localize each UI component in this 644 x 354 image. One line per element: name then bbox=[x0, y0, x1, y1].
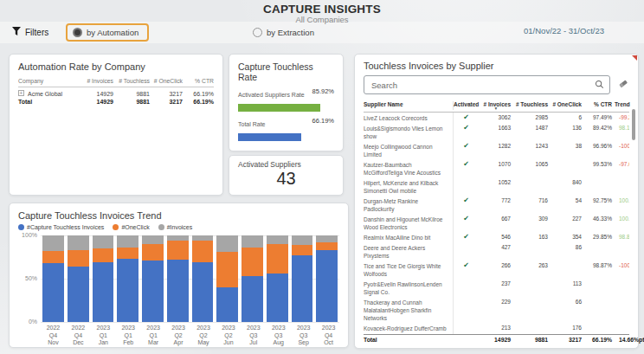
trend-cell: 98.89%pt bbox=[615, 232, 629, 242]
supplier-row[interactable]: Deere and Deere Ackers Pixystems42786 bbox=[364, 242, 629, 261]
bar-2023-q4-oct[interactable] bbox=[316, 235, 338, 322]
ctr-cell: 99.53% bbox=[584, 159, 612, 177]
rate-metric-value: 85.92% bbox=[312, 87, 334, 95]
bar-series bbox=[42, 235, 338, 322]
oneclick-cell: 66 bbox=[551, 297, 582, 323]
radio-by-automation[interactable]: by Automation bbox=[66, 23, 149, 42]
automation-table-row[interactable]: +Acme Global 14929 9881 3217 66.19% bbox=[18, 87, 214, 98]
chart-plot-area: 100%50%0% bbox=[41, 235, 339, 322]
trend-cell: -100.00%pt bbox=[615, 261, 629, 279]
x-axis-label: 2023 Q1Jan bbox=[93, 325, 114, 347]
radio-by-extraction[interactable]: by Extraction bbox=[253, 28, 314, 37]
eraser-icon[interactable] bbox=[617, 77, 629, 93]
rate-metric: Total Rate66.19% bbox=[238, 119, 334, 141]
legend-item[interactable]: #Invoices bbox=[158, 224, 193, 230]
supplier-row[interactable]: LiveZ Leacock Corecords✔30622985697.49%-… bbox=[364, 113, 629, 123]
bar-2023-q1-jan[interactable] bbox=[93, 235, 114, 322]
oneclick-cell: 840 bbox=[551, 177, 582, 196]
oneclick-cell bbox=[551, 261, 582, 279]
column-header-oneclick[interactable]: # OneClick bbox=[551, 101, 582, 110]
trend-cell: 100.00%pt bbox=[615, 196, 629, 214]
panel-trend-chart: Capture Touchless Invoices Trend #Captur… bbox=[9, 203, 349, 348]
column-header-activated[interactable]: Activated bbox=[453, 101, 479, 110]
activated-cell bbox=[453, 177, 479, 196]
supplier-row[interactable]: Meejo Collingwood Cannon Limited✔1282124… bbox=[364, 141, 629, 159]
supplier-row[interactable]: Kovacek-Rodriguez DufferCramb Heart Co.2… bbox=[364, 323, 629, 334]
supplier-name-cell: Deere and Deere Ackers Pixystems bbox=[364, 242, 450, 261]
oneclick-cell: 86 bbox=[551, 242, 582, 261]
activated-cell: ✔ bbox=[453, 261, 479, 279]
legend-item[interactable]: #OneClick bbox=[113, 224, 149, 230]
bar-segment bbox=[68, 250, 89, 267]
suppliers-table-total-row: Total 14929 9881 3217 66.19% 14.66%pt bbox=[364, 334, 629, 343]
column-header-oneclick[interactable]: # OneClick bbox=[153, 78, 183, 84]
bar-2023-q1-mar[interactable] bbox=[142, 235, 164, 322]
chart-legend: #Capture Touchless Invoices#OneClick#Inv… bbox=[18, 224, 339, 230]
bar-segment bbox=[216, 252, 238, 287]
touchless-cell bbox=[513, 279, 548, 297]
legend-label: #Capture Touchless Invoices bbox=[27, 224, 104, 230]
bar-2023-q3-jul[interactable] bbox=[242, 235, 263, 322]
column-header-supplier-name[interactable]: Supplier Name bbox=[364, 101, 450, 110]
invoices-cell: 1070 bbox=[481, 159, 511, 177]
bar-2023-q2-jun[interactable] bbox=[216, 235, 238, 322]
column-header-touchless[interactable]: # Touchless bbox=[117, 78, 150, 84]
search-input[interactable] bbox=[371, 80, 595, 90]
bar-2023-q1-feb[interactable] bbox=[117, 235, 138, 322]
search-box[interactable] bbox=[364, 75, 610, 94]
expand-plus-icon[interactable]: + bbox=[18, 90, 24, 96]
bar-2023-q2-apr[interactable] bbox=[167, 235, 189, 322]
bar-2023-q3-aug[interactable] bbox=[267, 235, 288, 322]
trend-cell: 98.17%pt bbox=[615, 123, 629, 141]
column-header-trend[interactable]: Trend bbox=[615, 101, 630, 110]
supplier-row[interactable]: Thackeray and Cunnah MalatalantHobgen Sh… bbox=[364, 297, 629, 323]
oneclick-cell: 6 bbox=[551, 113, 582, 123]
x-axis-label: 2023 Q3Aug bbox=[267, 325, 289, 347]
column-header-company[interactable]: Company bbox=[18, 78, 81, 84]
bar-2022-q4-dec[interactable] bbox=[68, 235, 89, 322]
bar-segment bbox=[292, 255, 313, 322]
invoices-cell: 667 bbox=[481, 214, 511, 232]
rate-metrics: Activated Suppliers Rate85.92%Total Rate… bbox=[238, 90, 334, 141]
supplier-row[interactable]: Tice and Tice De Giorgis White Wolfoods✔… bbox=[364, 261, 629, 279]
bar-2023-q2-may[interactable] bbox=[192, 235, 214, 322]
search-icon bbox=[595, 77, 604, 93]
activated-cell: ✔ bbox=[453, 214, 479, 232]
touchless-cell: 163 bbox=[513, 232, 548, 242]
column-header-touchless[interactable]: # Touchless bbox=[513, 101, 548, 110]
x-axis: 2022 Q4Nov2022 Q4Dec2023 Q1Jan2023 Q1Feb… bbox=[42, 325, 339, 347]
column-header-ctr[interactable]: % CTR bbox=[186, 78, 214, 84]
supplier-row[interactable]: Hilpert, McKenzie and Kilback Simonetti … bbox=[364, 177, 629, 196]
supplier-row[interactable]: Kautzer-Baumbach McGiffordTeliga Vine Ac… bbox=[364, 159, 629, 177]
supplier-name-cell: Realmix MacAiline Dino bit bbox=[364, 232, 450, 242]
supplier-row[interactable]: Durgan-Metz Rankine Padlockurity✔7727165… bbox=[364, 196, 629, 214]
ctr-cell bbox=[584, 297, 612, 323]
supplier-row[interactable]: Pyotr&Evelin RawlinsonLenden Signal Co.2… bbox=[364, 279, 629, 297]
bar-segment bbox=[316, 235, 338, 242]
supplier-row[interactable]: Realmix MacAiline Dino bit✔54616335429.8… bbox=[364, 232, 629, 242]
rate-metric-label: Total Rate bbox=[238, 121, 266, 127]
bar-segment bbox=[216, 235, 238, 252]
trend-cell: 100.00%pt bbox=[615, 214, 629, 232]
column-header-invoices[interactable]: # Invoices▾ bbox=[481, 101, 511, 110]
bar-segment bbox=[42, 235, 64, 251]
rate-metric: Activated Suppliers Rate85.92% bbox=[238, 90, 334, 112]
table-scrollbar-thumb[interactable] bbox=[632, 109, 635, 140]
invoices-cell: 1663 bbox=[481, 123, 511, 141]
supplier-row[interactable]: Danshin and Higounet McKilroe Wood Elect… bbox=[364, 214, 629, 232]
legend-item[interactable]: #Capture Touchless Invoices bbox=[18, 224, 104, 230]
bar-2022-q4-nov[interactable] bbox=[42, 235, 64, 322]
touchless-cell: 1065 bbox=[513, 159, 548, 177]
column-header-ctr[interactable]: % CTR bbox=[584, 101, 612, 110]
radio-unselected-icon bbox=[253, 28, 262, 37]
bar-2023-q3-sep[interactable] bbox=[292, 235, 313, 322]
check-icon: ✔ bbox=[463, 196, 469, 204]
ctr-cell: 96.96% bbox=[584, 141, 612, 159]
ctr-cell: 98.87% bbox=[584, 261, 612, 279]
supplier-row[interactable]: Louis&Sigismondo Vlies Lemon show✔166314… bbox=[364, 123, 629, 141]
y-axis-tick: 100% bbox=[16, 232, 37, 238]
activated-cell: ✔ bbox=[453, 196, 479, 214]
activated-suppliers-value: 43 bbox=[238, 169, 334, 189]
filters-button[interactable]: Filters bbox=[12, 27, 48, 38]
column-header-invoices[interactable]: # Invoices bbox=[85, 78, 113, 84]
